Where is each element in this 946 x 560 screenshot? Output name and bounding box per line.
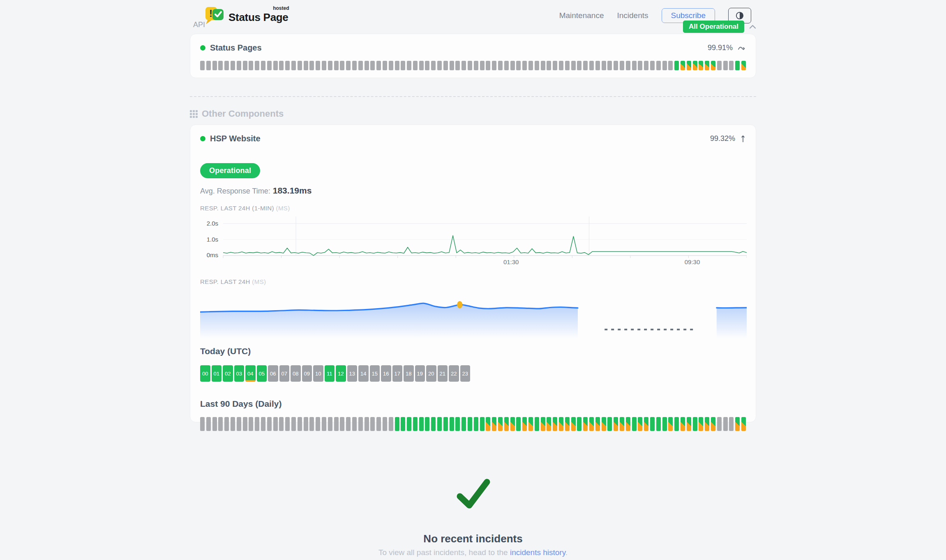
uptime-bar bbox=[607, 417, 612, 431]
uptime-bar bbox=[255, 417, 259, 431]
uptime-bar bbox=[383, 417, 387, 431]
uptime-bar bbox=[395, 61, 399, 70]
uptime-bar bbox=[419, 61, 424, 70]
uptime-bar bbox=[565, 417, 570, 431]
svg-text:1.0s: 1.0s bbox=[207, 236, 218, 243]
last90-bars-row[interactable] bbox=[200, 417, 746, 431]
uptime-bar bbox=[425, 417, 429, 431]
uptime-bar bbox=[200, 417, 205, 431]
avg-response-label: Avg. Response Time: bbox=[200, 187, 270, 195]
uptime-bar bbox=[589, 61, 594, 70]
nav-incidents[interactable]: Incidents bbox=[617, 11, 648, 20]
uptime-bar bbox=[218, 417, 223, 431]
uptime-bar bbox=[638, 61, 642, 70]
uptime-bar bbox=[723, 417, 728, 431]
uptime-bar bbox=[516, 417, 521, 431]
uptime-bar bbox=[553, 417, 557, 431]
uptime-bar bbox=[285, 417, 290, 431]
uptime-bar bbox=[492, 417, 496, 431]
no-incidents-subtitle: To view all past incidents, head to the … bbox=[0, 548, 946, 557]
operational-badge: Operational bbox=[200, 163, 260, 178]
uptime-bar bbox=[261, 417, 265, 431]
status-dot bbox=[200, 136, 205, 141]
uptime-bar bbox=[516, 61, 521, 70]
uptime-bar bbox=[681, 61, 685, 70]
uptime-bar bbox=[510, 417, 515, 431]
uptime-bar bbox=[401, 417, 405, 431]
uptime-bar bbox=[480, 417, 485, 431]
uptime-bar bbox=[273, 61, 278, 70]
uptime-bars-row[interactable] bbox=[200, 61, 746, 70]
uptime-bar bbox=[455, 61, 460, 70]
status-pages-card: Status Pages 99.91% bbox=[190, 34, 756, 78]
component-row-status-pages: Status Pages 99.91% bbox=[200, 43, 746, 53]
uptime-bar bbox=[656, 61, 661, 70]
uptime-bar bbox=[553, 61, 557, 70]
uptime-bar bbox=[723, 61, 728, 70]
uptime-bar bbox=[681, 417, 685, 431]
uptime-bar bbox=[668, 417, 673, 431]
uptime-bar bbox=[352, 61, 357, 70]
uptime-bar bbox=[334, 61, 339, 70]
uptime-bar bbox=[304, 61, 308, 70]
uptime-bar bbox=[450, 61, 454, 70]
uptime-bar bbox=[413, 61, 418, 70]
uptime-bar bbox=[224, 417, 229, 431]
uptime-bar bbox=[431, 417, 436, 431]
uptime-bar bbox=[407, 417, 411, 431]
nav-maintenance[interactable]: Maintenance bbox=[559, 11, 604, 20]
chart2-label: RESP. LAST 24H (MS) bbox=[200, 278, 746, 285]
uptime-bar bbox=[595, 417, 600, 431]
no-incidents-title: No recent incidents bbox=[0, 532, 946, 545]
uptime-bar bbox=[267, 61, 272, 70]
uptime-bar bbox=[237, 417, 241, 431]
uptime-bar bbox=[407, 61, 411, 70]
uptime-bar bbox=[231, 61, 235, 70]
incidents-history-link[interactable]: incidents history bbox=[510, 548, 565, 557]
uptime-bar bbox=[717, 417, 722, 431]
uptime-bar bbox=[340, 61, 344, 70]
uptime-bar bbox=[486, 417, 490, 431]
uptime-bar bbox=[425, 61, 429, 70]
uptime-bar bbox=[632, 417, 637, 431]
uptime-bar bbox=[474, 417, 478, 431]
uptime-bar bbox=[231, 417, 235, 431]
today-hours-row[interactable]: 0001020304050607080910111213141516171819… bbox=[200, 365, 746, 382]
uptime-bar bbox=[206, 61, 211, 70]
uptime-percentage: 99.91% bbox=[708, 44, 733, 52]
response-time-area-chart[interactable] bbox=[200, 286, 747, 341]
uptime-percentage: 99.32% bbox=[710, 134, 735, 143]
uptime-bar bbox=[650, 417, 655, 431]
uptime-bar bbox=[291, 417, 296, 431]
uptime-bar bbox=[614, 417, 618, 431]
uptime-bar bbox=[626, 417, 630, 431]
uptime-bar bbox=[346, 61, 351, 70]
hour-block-09: 09 bbox=[302, 365, 312, 382]
uptime-bar bbox=[389, 417, 393, 431]
uptime-bar bbox=[450, 417, 454, 431]
response-time-line-chart[interactable]: 2.0s1.0s0ms01:3009:30 bbox=[200, 213, 747, 267]
svg-text:2.0s: 2.0s bbox=[207, 220, 218, 227]
uptime-bar bbox=[547, 417, 551, 431]
chart-marker-dot bbox=[457, 301, 462, 309]
uptime-bar bbox=[662, 61, 667, 70]
uptime-bar bbox=[607, 61, 612, 70]
uptime-bar bbox=[413, 417, 418, 431]
uptime-bar bbox=[559, 61, 563, 70]
uptime-bar bbox=[571, 61, 576, 70]
hour-block-23: 23 bbox=[460, 365, 471, 382]
uptime-bar bbox=[395, 417, 399, 431]
uptime-bar bbox=[322, 61, 326, 70]
hour-block-08: 08 bbox=[291, 365, 301, 382]
uptime-bar bbox=[370, 61, 375, 70]
uptime-bar bbox=[595, 61, 600, 70]
hour-block-04: 04 bbox=[245, 365, 256, 382]
uptime-bar bbox=[614, 61, 618, 70]
uptime-bar bbox=[693, 61, 697, 70]
big-check-icon bbox=[453, 476, 493, 512]
uptime-bar bbox=[279, 61, 284, 70]
uptime-bar bbox=[522, 61, 527, 70]
uptime-bar bbox=[298, 417, 302, 431]
hour-block-17: 17 bbox=[392, 365, 403, 382]
hour-block-12: 12 bbox=[336, 365, 346, 382]
